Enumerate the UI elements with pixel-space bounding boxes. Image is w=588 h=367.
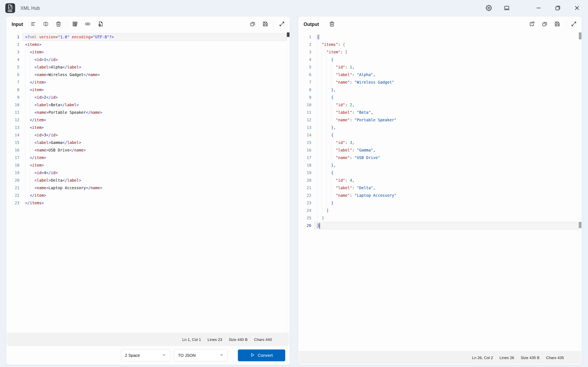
code-line: 16 <name>USB Drive</name> [6,146,286,154]
play-icon [250,353,255,358]
line-number: 24 [298,207,315,214]
char-count: Chars 435 [546,356,564,360]
line-number: 17 [6,154,23,161]
trash-icon [329,21,335,27]
settings-button[interactable] [483,2,494,14]
code-line: 3 "item": [ [298,48,579,56]
line-number: 22 [298,192,315,199]
app-logo-icon: </> XML [5,3,15,13]
link-button[interactable] [83,20,92,29]
code-line: 12 </item> [6,116,286,124]
line-number: 12 [6,116,23,124]
code-line: 8 }, [298,86,579,94]
svg-text:</>: </> [9,6,12,8]
titlebar: </> XML XML Hub [0,0,588,16]
save-output-button[interactable] [553,20,562,29]
share-output-button[interactable] [527,20,536,29]
line-number: 14 [298,131,315,139]
code-line: 6 "label": "Alpha", [298,71,579,78]
line-number: 5 [298,63,315,71]
save-input-button[interactable] [260,20,270,29]
line-number: 16 [298,146,315,154]
line-number: 6 [6,71,23,78]
trash-icon [56,21,61,27]
code-line: 13 }, [298,124,579,131]
line-number: 19 [298,169,315,176]
code-line: 14 <id>3</id> [6,131,286,139]
cursor-position: Ln 1, Col 1 [182,337,201,342]
expand-output-button[interactable] [569,20,579,29]
copy-icon [542,21,548,27]
input-statusbar: Ln 1, Col 1 Lines 23 Size 440 B Chars 44… [7,333,289,346]
line-number: 25 [298,214,315,222]
code-line: 2 "items": { [298,41,579,48]
library-button[interactable] [70,20,80,29]
output-scrollbar[interactable] [579,32,582,351]
input-scrollbar[interactable] [287,32,290,333]
line-number: 9 [298,94,315,101]
line-count: Lines 23 [208,337,222,342]
save-icon [262,21,268,27]
code-line: 1<?xml version="1.0" encoding="UTF-8"?> [6,33,286,41]
minimize-button[interactable] [533,2,544,14]
code-line: 3 <item> [6,48,286,56]
gear-icon [486,5,492,12]
code-line: 11 "label": "Beta", [298,109,579,116]
convert-button[interactable]: Convert [238,350,285,361]
copy-icon [250,21,256,27]
output-panel-title: Output [302,22,321,27]
line-number: 9 [6,94,23,101]
line-number: 14 [6,131,23,139]
input-editor[interactable]: 1<?xml version="1.0" encoding="UTF-8"?>2… [6,32,290,333]
code-line: 23 } [298,199,579,207]
maximize-restore-icon [555,5,561,12]
code-line: 15 <label>Gamma</label> [6,139,286,146]
line-number: 18 [298,161,315,169]
load-file-button[interactable] [95,20,105,29]
format-button[interactable] [28,20,38,29]
code-line: 2<items> [6,41,286,48]
toolbar-divider [274,21,274,27]
output-toolbar: Output [298,17,582,32]
code-line: 20 "id": 4, [298,176,579,184]
line-number: 15 [298,139,315,146]
link-icon [85,21,91,27]
line-number: 20 [6,176,23,184]
line-number: 8 [298,86,315,94]
line-number: 3 [6,48,23,56]
toolbar-divider [67,21,67,27]
code-line: 22 </item> [6,192,286,199]
output-scrollbar-thumb[interactable] [579,33,581,39]
minify-button[interactable] [41,20,51,29]
line-number: 13 [6,124,23,131]
indent-select[interactable]: 2 Space [121,350,170,361]
conversion-mode-select[interactable]: TO JSON [174,350,228,361]
clear-output-button[interactable] [327,20,337,29]
close-button[interactable] [571,2,583,14]
copy-input-button[interactable] [248,20,257,29]
code-line: 15 "id": 3, [298,139,579,146]
line-number: 1 [6,33,23,41]
line-number: 21 [298,184,315,192]
display-mode-button[interactable] [501,2,512,14]
chevron-down-icon [162,353,166,358]
code-line: 4 { [298,56,579,63]
line-count: Lines 26 [500,356,514,360]
app-title: XML Hub [20,6,40,11]
svg-text:XML: XML [8,10,13,12]
clear-input-button[interactable] [54,20,63,29]
code-line: 10 "id": 2, [298,101,579,109]
code-line: 24 ] [298,207,579,214]
input-scrollbar-thumb[interactable] [287,33,290,37]
line-number: 10 [298,101,315,109]
output-editor[interactable]: 1{2 "items": {3 "item": [4 {5 "id": 1,6 … [298,32,582,351]
code-line: 5 <label>Alpha</label> [6,63,286,71]
expand-input-button[interactable] [277,20,286,29]
expand-icon [571,21,577,27]
maximize-restore-button[interactable] [552,2,563,14]
text-caret [320,223,320,229]
code-line: 14 { [298,131,579,139]
copy-output-button[interactable] [540,20,549,29]
line-number: 7 [298,78,315,86]
code-line: 19 { [298,169,579,176]
